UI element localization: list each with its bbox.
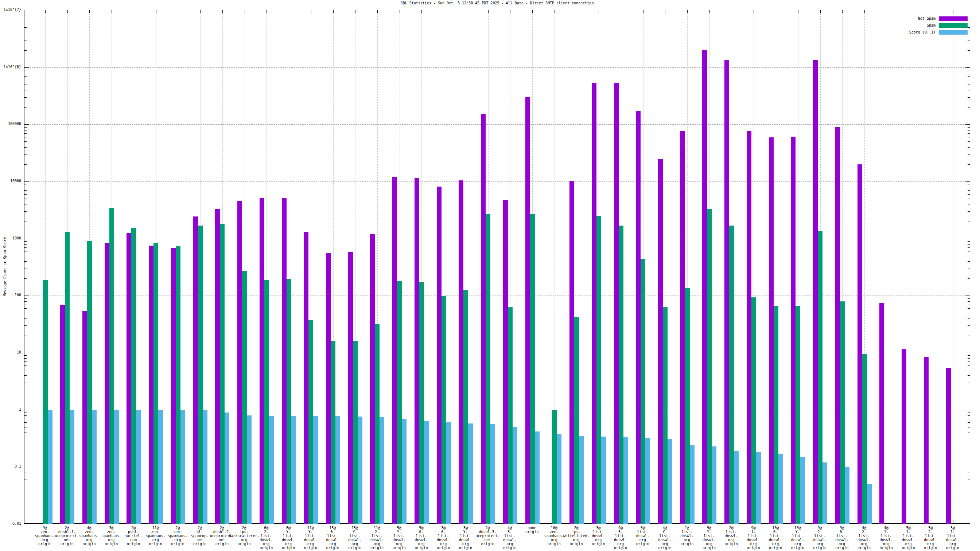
x-tick: [909, 520, 909, 523]
y-minor-tick: [967, 190, 970, 191]
y-minor-tick: [24, 336, 27, 336]
h-gridline: [24, 295, 970, 296]
x-tick: [953, 10, 953, 13]
x-tick: [355, 10, 355, 13]
x-tick: [510, 10, 511, 13]
h-gridline: [24, 67, 970, 68]
bar-score: [756, 452, 761, 524]
y-tick-label: 1000: [0, 237, 21, 240]
y-major-tick: [24, 295, 29, 296]
bar-not-spam: [171, 248, 176, 524]
bar-not-spam: [370, 234, 375, 524]
bar-spam: [795, 306, 800, 524]
bar-not-spam: [304, 232, 309, 524]
y-minor-tick: [967, 261, 970, 262]
x-tick: [245, 10, 245, 13]
y-major-tick: [966, 467, 970, 467]
bar-score: [269, 416, 274, 524]
bar-not-spam: [392, 177, 397, 524]
y-major-tick: [966, 67, 970, 68]
bar-not-spam: [747, 131, 751, 524]
y-tick-label: 100: [0, 293, 21, 297]
y-minor-tick: [967, 107, 970, 108]
bar-not-spam: [658, 159, 663, 524]
y-minor-tick: [967, 90, 970, 91]
bar-score: [336, 416, 340, 524]
bar-spam: [264, 280, 269, 524]
y-minor-tick: [24, 40, 27, 40]
bar-spam: [574, 317, 579, 524]
y-minor-tick: [967, 470, 970, 470]
x-tick: [909, 10, 909, 13]
bar-not-spam: [149, 246, 153, 524]
bar-spam: [774, 306, 778, 524]
y-minor-tick: [24, 198, 27, 199]
y-tick-label: 1: [0, 408, 21, 411]
y-minor-tick: [24, 256, 27, 256]
y-minor-tick: [24, 470, 27, 470]
y-major-tick: [966, 295, 970, 296]
legend-row: Spam: [909, 22, 967, 29]
bar-spam: [840, 302, 845, 524]
x-tick: [178, 10, 178, 13]
legend-swatch: [939, 16, 967, 21]
y-major-tick: [24, 67, 29, 68]
y-minor-tick: [967, 383, 970, 383]
y-major-tick: [24, 353, 29, 353]
y-axis-tick-labels: 1x10^{7}1x10^{6}1000001000010001001010.1…: [0, 10, 22, 524]
y-minor-tick: [24, 80, 27, 80]
bar-score: [512, 427, 517, 524]
y-minor-tick: [967, 302, 970, 302]
y-minor-tick: [24, 375, 27, 376]
y-minor-tick: [967, 308, 970, 309]
y-minor-tick: [24, 130, 27, 130]
y-minor-tick: [967, 184, 970, 184]
bar-score: [845, 467, 850, 524]
x-tick: [732, 10, 732, 13]
x-tick: [422, 10, 422, 13]
y-minor-tick: [24, 484, 27, 484]
y-minor-tick: [967, 326, 970, 326]
y-tick-label: 0.01: [0, 522, 21, 526]
y-minor-tick: [24, 27, 27, 28]
v-gridline: [887, 10, 887, 523]
bar-not-spam: [525, 97, 530, 524]
y-minor-tick: [967, 375, 970, 376]
y-minor-tick: [967, 40, 970, 40]
bar-not-spam: [326, 253, 331, 524]
y-minor-tick: [967, 27, 970, 28]
bar-not-spam: [415, 178, 419, 524]
y-minor-tick: [24, 299, 27, 299]
x-tick: [931, 520, 931, 523]
bar-score: [92, 410, 97, 524]
y-minor-tick: [24, 154, 27, 154]
y-minor-tick: [24, 141, 27, 142]
x-tick: [200, 10, 200, 13]
y-minor-tick: [967, 187, 970, 187]
bar-score: [203, 410, 207, 524]
bar-spam: [663, 307, 668, 524]
y-minor-tick: [24, 313, 27, 313]
h-gridline: [24, 181, 970, 182]
x-tick: [599, 10, 599, 13]
bar-not-spam: [880, 303, 884, 524]
chart-title: RBL Statistics - Sun Oct 5 12:58:45 EDT …: [24, 1, 970, 5]
y-major-tick: [24, 239, 29, 239]
y-minor-tick: [967, 211, 970, 212]
y-major-tick: [24, 467, 29, 467]
bar-score: [224, 413, 229, 524]
y-minor-tick: [967, 244, 970, 245]
bar-score: [535, 432, 539, 524]
y-minor-tick: [967, 413, 970, 413]
legend-swatch: [939, 30, 967, 35]
x-tick: [577, 10, 577, 13]
x-tick: [67, 10, 68, 13]
y-minor-tick: [967, 415, 970, 416]
y-minor-tick: [967, 194, 970, 195]
x-tick: [798, 10, 799, 13]
x-tick: [289, 10, 289, 13]
bar-spam: [176, 246, 180, 524]
x-tick: [466, 10, 466, 13]
bar-not-spam: [193, 216, 198, 524]
y-minor-tick: [967, 50, 970, 51]
